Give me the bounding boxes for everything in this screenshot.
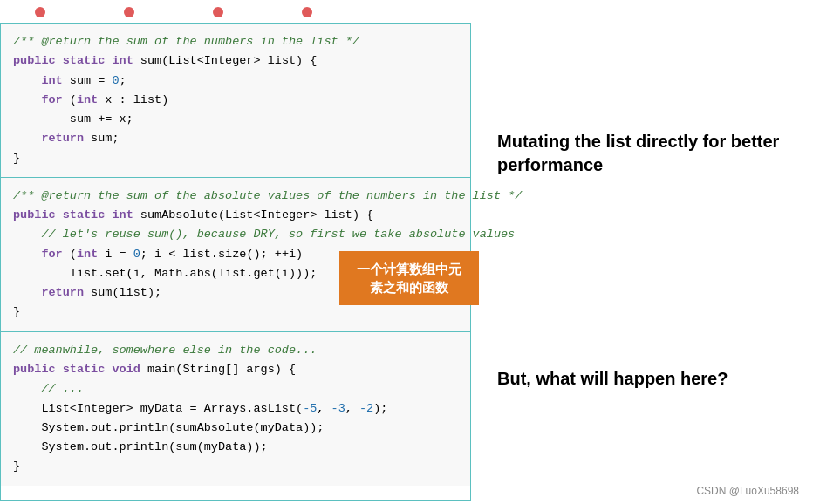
mutating-annotation: Mutating the list directly for better pe… <box>497 130 796 177</box>
code-text-3: // meanwhile, somewhere else in the code… <box>13 341 458 477</box>
dot-2 <box>124 7 134 17</box>
orange-tooltip: 一个计算数组中元素之和的函数 <box>339 251 479 305</box>
dot-3 <box>213 7 223 17</box>
left-code-panel: /** @return the sum of the numbers in th… <box>0 23 471 501</box>
code-block-3: // meanwhile, somewhere else in the code… <box>1 332 470 486</box>
happen-annotation: But, what will happen here? <box>497 367 728 391</box>
right-bottom-annotation: But, what will happen here? <box>497 266 796 492</box>
right-top-annotation: Mutating the list directly for better pe… <box>497 40 796 266</box>
watermark: CSDN @LuoXu58698 <box>696 485 799 497</box>
code-text-1: /** @return the sum of the numbers in th… <box>13 32 458 168</box>
right-panel: Mutating the list directly for better pe… <box>471 23 813 501</box>
code-block-2: /** @return the sum of the absolute valu… <box>1 178 470 332</box>
dot-1 <box>35 7 45 17</box>
top-dots-bar <box>0 0 813 23</box>
code-block-1: /** @return the sum of the numbers in th… <box>1 24 470 178</box>
dot-4 <box>302 7 312 17</box>
